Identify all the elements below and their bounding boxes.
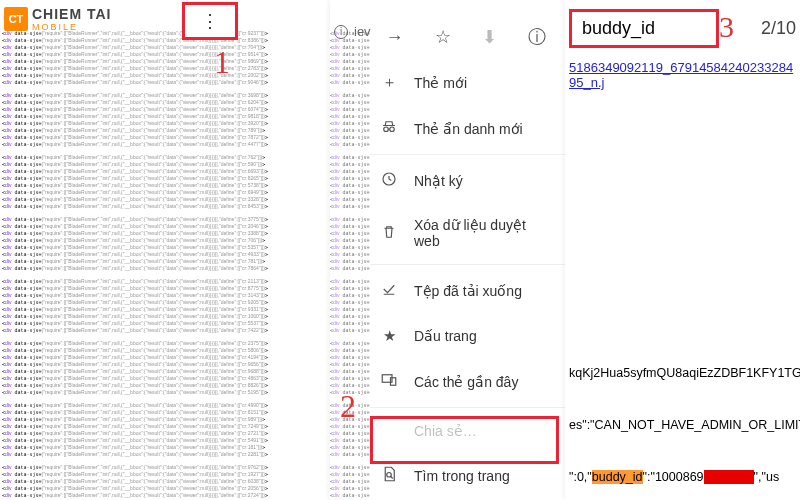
annotation-highlight-find: [370, 416, 559, 464]
menu-new-tab[interactable]: ＋ Thẻ mới: [370, 60, 565, 105]
menu-history[interactable]: Nhật ký: [370, 157, 565, 204]
find-in-page-icon: [380, 465, 398, 486]
menu-recent-tabs[interactable]: Các thẻ gần đây: [370, 358, 565, 405]
menu-downloads[interactable]: Tệp đã tải xuống: [370, 267, 565, 314]
menu-label: Thẻ ẩn danh mới: [414, 121, 523, 137]
svg-rect-4: [391, 378, 396, 386]
menu-label: Dấu trang: [414, 328, 477, 344]
plus-icon: ＋: [380, 73, 398, 92]
history-icon: [380, 170, 398, 191]
find-input[interactable]: buddy_id: [569, 9, 719, 48]
star-filled-icon: ★: [380, 327, 398, 345]
menu-incognito[interactable]: Thẻ ẩn danh mới: [370, 105, 565, 152]
menu-label: Xóa dữ liệu duyệt web: [414, 217, 555, 249]
panel-step2: <div data-sjs={"require":[["BladeRunner"…: [330, 0, 565, 500]
address-text: iev: [354, 24, 371, 39]
svg-point-1: [390, 127, 395, 132]
star-icon[interactable]: ☆: [435, 26, 451, 48]
match-highlight: buddy_id: [592, 470, 643, 484]
annotation-step-1: 1: [214, 44, 230, 81]
incognito-icon: [380, 118, 398, 139]
overflow-menu-button[interactable]: ⋮: [182, 2, 238, 40]
devices-icon: [380, 371, 398, 392]
menu-toolbar: → ☆ ⬇ ⓘ: [370, 20, 561, 54]
code-line: kqKj2Hua5syfmQU8aqiEzZDBF1KFY1TGFxL: [569, 360, 796, 386]
annotation-step-3: 3: [719, 10, 734, 44]
page-source-sliver: <div data-sjs={"require":[["BladeRunner"…: [330, 30, 370, 500]
address-bar[interactable]: i iev: [334, 24, 371, 39]
kebab-icon: ⋮: [201, 18, 219, 24]
forward-icon[interactable]: →: [386, 27, 404, 48]
download-icon[interactable]: ⬇: [482, 26, 497, 48]
trash-icon: [380, 223, 398, 244]
code-line: ":0,"buddy_id":"1000869XXXXXX","us: [569, 464, 796, 490]
menu-clear-data[interactable]: Xóa dữ liệu duyệt web: [370, 204, 565, 262]
menu-label: Tìm trong trang: [414, 468, 510, 484]
source-snippet[interactable]: kqKj2Hua5syfmQU8aqiEzZDBF1KFY1TGFxL es":…: [569, 360, 796, 490]
page-info-icon[interactable]: ⓘ: [528, 25, 546, 49]
panel-step1: 21:48 ⋮ 1 <div data-sjs={"require":[["Bl…: [0, 0, 330, 500]
panel-step3: buddy_id 2/10 3 5186349092119_6791458424…: [565, 0, 800, 500]
annotation-step-2: 2: [340, 388, 356, 425]
result-link[interactable]: 5186349092119_67914584240233284​95_n.j: [569, 60, 793, 90]
menu-label: Tệp đã tải xuống: [414, 283, 522, 299]
find-count: 2/10: [761, 18, 796, 39]
find-bar: buddy_id 2/10: [569, 8, 796, 48]
menu-label: Các thẻ gần đây: [414, 374, 518, 390]
download-done-icon: [380, 280, 398, 301]
menu-label: Thẻ mới: [414, 75, 467, 91]
menu-bookmarks[interactable]: ★ Dấu trang: [370, 314, 565, 358]
site-info-icon[interactable]: i: [334, 25, 348, 39]
code-line: es":"CAN_NOT_HAVE_ADMIN_OR_LIMITED_A: [569, 412, 796, 438]
menu-label: Nhật ký: [414, 173, 463, 189]
redacted: XXXXXX: [704, 470, 754, 484]
page-source-view[interactable]: <div data-sjs={"require":[["BladeRunner"…: [2, 30, 328, 500]
svg-point-0: [384, 127, 389, 132]
